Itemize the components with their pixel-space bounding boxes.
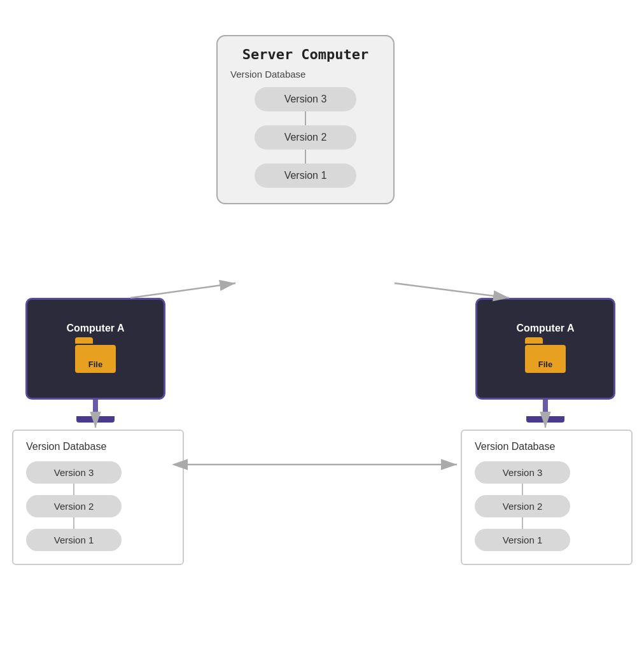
monitor-screen-right: Computer A File [475, 298, 615, 400]
vdb-left: Version Database Version 3 Version 2 Ver… [12, 430, 184, 565]
folder-tab-left [75, 337, 93, 344]
arrow-server-to-right [395, 283, 509, 298]
vdb-right-label: Version Database [475, 441, 619, 452]
monitor-neck-left [93, 400, 98, 416]
server-computer-box: Server Computer Version Database Version… [216, 35, 395, 204]
server-db-label: Version Database [230, 69, 381, 80]
server-connector-3-2 [305, 111, 306, 125]
vdb-left-v3: Version 3 [26, 461, 122, 484]
folder-icon-right: File [525, 343, 566, 375]
vdb-right-v1: Version 1 [475, 529, 570, 551]
server-title: Server Computer [230, 46, 381, 62]
computer-right-label: Computer A [517, 323, 575, 334]
vdb-right: Version Database Version 3 Version 2 Ver… [461, 430, 633, 565]
server-version-3: Version 3 [255, 87, 356, 111]
folder-file-label-right: File [538, 360, 552, 369]
server-version-1: Version 1 [255, 164, 356, 188]
monitor-neck-right [543, 400, 548, 416]
arrow-left-to-server [130, 283, 235, 298]
vdb-right-v2: Version 2 [475, 495, 570, 517]
vdb-left-v2: Version 2 [26, 495, 122, 517]
folder-body-left: File [75, 345, 116, 373]
computer-right: Computer A File [475, 298, 615, 423]
vdb-right-version-list: Version 3 Version 2 Version 1 [475, 461, 619, 551]
folder-icon-left: File [75, 343, 116, 375]
vdb-right-v3: Version 3 [475, 461, 570, 484]
vdb-left-v1: Version 1 [26, 529, 122, 551]
vdb-left-conn-32 [73, 484, 74, 495]
vdb-left-conn-21 [73, 517, 74, 529]
folder-body-right: File [525, 345, 566, 373]
computer-left: Computer A File [25, 298, 165, 423]
monitor-screen-left: Computer A File [25, 298, 165, 400]
vdb-left-label: Version Database [26, 441, 170, 452]
folder-tab-right [525, 337, 543, 344]
server-connector-2-1 [305, 150, 306, 164]
monitor-stand-right [526, 416, 564, 423]
server-version-list: Version 3 Version 2 Version 1 [230, 87, 381, 188]
folder-file-label-left: File [88, 360, 102, 369]
server-version-2: Version 2 [255, 125, 356, 150]
vdb-left-version-list: Version 3 Version 2 Version 1 [26, 461, 170, 551]
monitor-stand-left [76, 416, 115, 423]
vdb-right-conn-32 [522, 484, 523, 495]
vdb-right-conn-21 [522, 517, 523, 529]
computer-left-label: Computer A [67, 323, 125, 334]
